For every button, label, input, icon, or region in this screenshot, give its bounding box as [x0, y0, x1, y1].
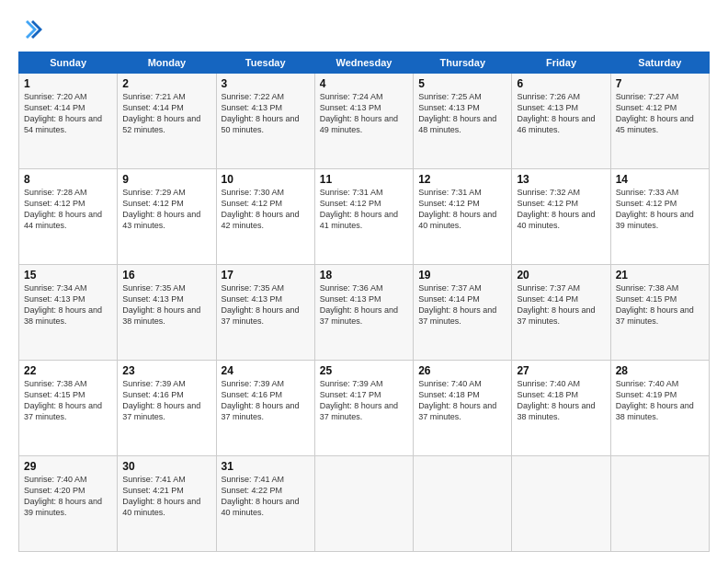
calendar-day-27: 27 Sunrise: 7:40 AMSunset: 4:18 PMDaylig…	[512, 361, 610, 456]
day-info: Sunrise: 7:40 AMSunset: 4:19 PMDaylight:…	[616, 379, 694, 421]
calendar-day-28: 28 Sunrise: 7:40 AMSunset: 4:19 PMDaylig…	[610, 361, 709, 456]
calendar-day-7: 7 Sunrise: 7:27 AMSunset: 4:12 PMDayligh…	[610, 74, 709, 169]
calendar-day-3: 3 Sunrise: 7:22 AMSunset: 4:13 PMDayligh…	[216, 74, 314, 169]
day-number: 22	[24, 364, 112, 377]
day-info: Sunrise: 7:40 AMSunset: 4:18 PMDaylight:…	[517, 379, 595, 421]
calendar-day-16: 16 Sunrise: 7:35 AMSunset: 4:13 PMDaylig…	[118, 265, 216, 361]
day-info: Sunrise: 7:37 AMSunset: 4:14 PMDaylight:…	[418, 283, 496, 326]
calendar-day-29: 29 Sunrise: 7:40 AMSunset: 4:20 PMDaylig…	[19, 456, 118, 552]
calendar-day-2: 2 Sunrise: 7:21 AMSunset: 4:14 PMDayligh…	[118, 74, 216, 169]
empty-cell	[314, 456, 413, 552]
day-info: Sunrise: 7:40 AMSunset: 4:20 PMDaylight:…	[24, 475, 102, 517]
calendar-day-8: 8 Sunrise: 7:28 AMSunset: 4:12 PMDayligh…	[19, 169, 118, 265]
day-info: Sunrise: 7:24 AMSunset: 4:13 PMDaylight:…	[320, 92, 398, 134]
day-number: 12	[418, 173, 506, 186]
day-number: 13	[517, 173, 605, 186]
day-info: Sunrise: 7:31 AMSunset: 4:12 PMDaylight:…	[418, 188, 496, 230]
weekday-header-sunday: Sunday	[19, 52, 118, 74]
day-info: Sunrise: 7:20 AMSunset: 4:14 PMDaylight:…	[24, 92, 102, 134]
day-number: 11	[320, 173, 408, 186]
calendar-day-15: 15 Sunrise: 7:34 AMSunset: 4:13 PMDaylig…	[19, 265, 118, 361]
day-number: 8	[24, 173, 112, 186]
logo	[18, 17, 48, 42]
day-info: Sunrise: 7:36 AMSunset: 4:13 PMDaylight:…	[320, 283, 398, 326]
calendar-day-10: 10 Sunrise: 7:30 AMSunset: 4:12 PMDaylig…	[216, 169, 314, 265]
page: SundayMondayTuesdayWednesdayThursdayFrid…	[0, 0, 728, 563]
weekday-header-thursday: Thursday	[414, 52, 512, 74]
day-number: 2	[122, 77, 210, 90]
weekday-header-monday: Monday	[118, 52, 216, 74]
calendar-day-31: 31 Sunrise: 7:41 AMSunset: 4:22 PMDaylig…	[216, 456, 314, 552]
calendar-day-1: 1 Sunrise: 7:20 AMSunset: 4:14 PMDayligh…	[19, 74, 118, 169]
calendar-day-17: 17 Sunrise: 7:35 AMSunset: 4:13 PMDaylig…	[216, 265, 314, 361]
day-number: 17	[222, 269, 310, 282]
day-info: Sunrise: 7:39 AMSunset: 4:16 PMDaylight:…	[122, 379, 200, 421]
day-number: 30	[122, 460, 210, 473]
calendar-table: SundayMondayTuesdayWednesdayThursdayFrid…	[18, 52, 710, 552]
day-number: 4	[320, 77, 408, 90]
calendar-day-26: 26 Sunrise: 7:40 AMSunset: 4:18 PMDaylig…	[414, 361, 512, 456]
calendar-day-14: 14 Sunrise: 7:33 AMSunset: 4:12 PMDaylig…	[610, 169, 709, 265]
calendar-day-18: 18 Sunrise: 7:36 AMSunset: 4:13 PMDaylig…	[314, 265, 413, 361]
day-number: 16	[122, 269, 210, 282]
calendar-day-6: 6 Sunrise: 7:26 AMSunset: 4:13 PMDayligh…	[512, 74, 610, 169]
day-number: 24	[222, 364, 310, 377]
day-number: 25	[320, 364, 408, 377]
header	[18, 17, 710, 42]
day-info: Sunrise: 7:39 AMSunset: 4:16 PMDaylight:…	[222, 379, 300, 421]
empty-cell	[512, 456, 610, 552]
calendar-day-25: 25 Sunrise: 7:39 AMSunset: 4:17 PMDaylig…	[314, 361, 413, 456]
day-number: 1	[24, 77, 112, 90]
weekday-header-friday: Friday	[512, 52, 610, 74]
day-number: 10	[222, 173, 310, 186]
day-number: 18	[320, 269, 408, 282]
calendar-day-11: 11 Sunrise: 7:31 AMSunset: 4:12 PMDaylig…	[314, 169, 413, 265]
calendar-day-13: 13 Sunrise: 7:32 AMSunset: 4:12 PMDaylig…	[512, 169, 610, 265]
day-number: 20	[517, 269, 605, 282]
day-info: Sunrise: 7:27 AMSunset: 4:12 PMDaylight:…	[616, 92, 694, 134]
day-info: Sunrise: 7:41 AMSunset: 4:21 PMDaylight:…	[122, 475, 200, 517]
day-number: 28	[616, 364, 704, 377]
calendar-week-4: 22 Sunrise: 7:38 AMSunset: 4:15 PMDaylig…	[19, 361, 710, 456]
day-info: Sunrise: 7:31 AMSunset: 4:12 PMDaylight:…	[320, 188, 398, 230]
calendar-day-19: 19 Sunrise: 7:37 AMSunset: 4:14 PMDaylig…	[414, 265, 512, 361]
day-info: Sunrise: 7:32 AMSunset: 4:12 PMDaylight:…	[517, 188, 595, 230]
empty-cell	[414, 456, 512, 552]
day-info: Sunrise: 7:28 AMSunset: 4:12 PMDaylight:…	[24, 188, 102, 230]
calendar-day-24: 24 Sunrise: 7:39 AMSunset: 4:16 PMDaylig…	[216, 361, 314, 456]
day-info: Sunrise: 7:29 AMSunset: 4:12 PMDaylight:…	[122, 188, 200, 230]
calendar-day-12: 12 Sunrise: 7:31 AMSunset: 4:12 PMDaylig…	[414, 169, 512, 265]
day-info: Sunrise: 7:30 AMSunset: 4:12 PMDaylight:…	[222, 188, 300, 230]
day-info: Sunrise: 7:25 AMSunset: 4:13 PMDaylight:…	[418, 92, 496, 134]
day-number: 15	[24, 269, 112, 282]
day-info: Sunrise: 7:38 AMSunset: 4:15 PMDaylight:…	[616, 283, 694, 326]
calendar-day-5: 5 Sunrise: 7:25 AMSunset: 4:13 PMDayligh…	[414, 74, 512, 169]
day-number: 23	[122, 364, 210, 377]
calendar-day-21: 21 Sunrise: 7:38 AMSunset: 4:15 PMDaylig…	[610, 265, 709, 361]
day-number: 14	[616, 173, 704, 186]
calendar-day-4: 4 Sunrise: 7:24 AMSunset: 4:13 PMDayligh…	[314, 74, 413, 169]
day-info: Sunrise: 7:21 AMSunset: 4:14 PMDaylight:…	[122, 92, 200, 134]
day-number: 27	[517, 364, 605, 377]
day-number: 3	[222, 77, 310, 90]
day-info: Sunrise: 7:33 AMSunset: 4:12 PMDaylight:…	[616, 188, 694, 230]
day-number: 31	[222, 460, 310, 473]
weekday-header-wednesday: Wednesday	[314, 52, 413, 74]
calendar-day-9: 9 Sunrise: 7:29 AMSunset: 4:12 PMDayligh…	[118, 169, 216, 265]
day-info: Sunrise: 7:37 AMSunset: 4:14 PMDaylight:…	[517, 283, 595, 326]
day-info: Sunrise: 7:38 AMSunset: 4:15 PMDaylight:…	[24, 379, 102, 421]
day-info: Sunrise: 7:40 AMSunset: 4:18 PMDaylight:…	[418, 379, 496, 421]
calendar-week-1: 1 Sunrise: 7:20 AMSunset: 4:14 PMDayligh…	[19, 74, 710, 169]
day-info: Sunrise: 7:34 AMSunset: 4:13 PMDaylight:…	[24, 283, 102, 326]
weekday-header-tuesday: Tuesday	[216, 52, 314, 74]
day-number: 19	[418, 269, 506, 282]
day-info: Sunrise: 7:22 AMSunset: 4:13 PMDaylight:…	[222, 92, 300, 134]
calendar-day-22: 22 Sunrise: 7:38 AMSunset: 4:15 PMDaylig…	[19, 361, 118, 456]
day-number: 21	[616, 269, 704, 282]
day-number: 7	[616, 77, 704, 90]
calendar-day-20: 20 Sunrise: 7:37 AMSunset: 4:14 PMDaylig…	[512, 265, 610, 361]
day-info: Sunrise: 7:41 AMSunset: 4:22 PMDaylight:…	[222, 475, 300, 517]
weekday-header-saturday: Saturday	[610, 52, 709, 74]
calendar-week-2: 8 Sunrise: 7:28 AMSunset: 4:12 PMDayligh…	[19, 169, 710, 265]
day-info: Sunrise: 7:26 AMSunset: 4:13 PMDaylight:…	[517, 92, 595, 134]
